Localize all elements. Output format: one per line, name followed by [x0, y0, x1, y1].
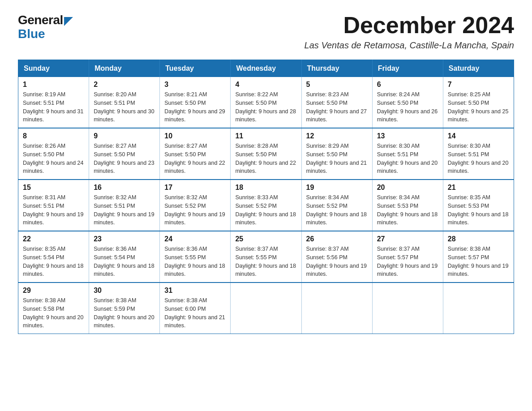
day-info: Sunrise: 8:38 AM Sunset: 6:00 PM Dayligh…: [164, 296, 226, 330]
month-year-title: December 2024: [305, 13, 514, 37]
day-number: 18: [235, 184, 296, 192]
calendar-day-cell: 17 Sunrise: 8:32 AM Sunset: 5:52 PM Dayl…: [160, 180, 231, 231]
day-number: 17: [164, 184, 226, 192]
calendar-day-cell: [372, 283, 443, 334]
day-info: Sunrise: 8:37 AM Sunset: 5:56 PM Dayligh…: [306, 245, 368, 278]
day-number: 6: [377, 81, 438, 89]
logo-blue-text: Blue: [18, 27, 73, 41]
day-info: Sunrise: 8:35 AM Sunset: 5:53 PM Dayligh…: [448, 193, 509, 227]
svg-marker-0: [64, 17, 73, 26]
day-number: 23: [94, 235, 155, 243]
day-number: 13: [377, 132, 438, 140]
calendar-day-cell: 7 Sunrise: 8:25 AM Sunset: 5:50 PM Dayli…: [443, 77, 514, 128]
location-subtitle: Las Ventas de Retamosa, Castille-La Manc…: [305, 40, 514, 51]
logo: General Blue: [18, 13, 73, 41]
calendar-week-row: 22 Sunrise: 8:35 AM Sunset: 5:54 PM Dayl…: [18, 231, 514, 283]
day-info: Sunrise: 8:37 AM Sunset: 5:55 PM Dayligh…: [235, 245, 296, 278]
calendar-day-cell: 9 Sunrise: 8:27 AM Sunset: 5:50 PM Dayli…: [89, 128, 160, 180]
day-info: Sunrise: 8:32 AM Sunset: 5:51 PM Dayligh…: [94, 193, 155, 227]
calendar-day-cell: 8 Sunrise: 8:26 AM Sunset: 5:50 PM Dayli…: [18, 128, 89, 180]
day-of-week-header: Friday: [372, 60, 443, 77]
calendar-day-cell: 24 Sunrise: 8:36 AM Sunset: 5:55 PM Dayl…: [160, 231, 231, 283]
day-info: Sunrise: 8:19 AM Sunset: 5:51 PM Dayligh…: [23, 90, 84, 124]
day-info: Sunrise: 8:34 AM Sunset: 5:52 PM Dayligh…: [306, 193, 368, 227]
logo-triangle-icon: [64, 17, 73, 26]
calendar-day-cell: 14 Sunrise: 8:30 AM Sunset: 5:51 PM Dayl…: [443, 128, 514, 180]
day-number: 16: [94, 184, 155, 192]
calendar-day-cell: 22 Sunrise: 8:35 AM Sunset: 5:54 PM Dayl…: [18, 231, 89, 283]
day-of-week-header: Sunday: [18, 60, 89, 77]
day-number: 28: [448, 235, 509, 243]
calendar-day-cell: 11 Sunrise: 8:28 AM Sunset: 5:50 PM Dayl…: [231, 128, 301, 180]
day-info: Sunrise: 8:24 AM Sunset: 5:50 PM Dayligh…: [377, 90, 438, 124]
day-number: 3: [164, 81, 226, 89]
calendar-day-cell: 21 Sunrise: 8:35 AM Sunset: 5:53 PM Dayl…: [443, 180, 514, 231]
calendar-day-cell: 2 Sunrise: 8:20 AM Sunset: 5:51 PM Dayli…: [89, 77, 160, 128]
day-info: Sunrise: 8:27 AM Sunset: 5:50 PM Dayligh…: [164, 142, 226, 176]
day-number: 11: [235, 132, 296, 140]
day-info: Sunrise: 8:29 AM Sunset: 5:50 PM Dayligh…: [306, 142, 368, 176]
day-of-week-header: Saturday: [443, 60, 514, 77]
day-number: 5: [306, 81, 368, 89]
day-number: 24: [164, 235, 226, 243]
calendar-week-row: 8 Sunrise: 8:26 AM Sunset: 5:50 PM Dayli…: [18, 128, 514, 180]
calendar-week-row: 29 Sunrise: 8:38 AM Sunset: 5:58 PM Dayl…: [18, 283, 514, 334]
day-info: Sunrise: 8:25 AM Sunset: 5:50 PM Dayligh…: [448, 90, 509, 124]
calendar-day-cell: 29 Sunrise: 8:38 AM Sunset: 5:58 PM Dayl…: [18, 283, 89, 334]
day-info: Sunrise: 8:20 AM Sunset: 5:51 PM Dayligh…: [94, 90, 155, 124]
day-of-week-header: Monday: [89, 60, 160, 77]
day-info: Sunrise: 8:38 AM Sunset: 5:59 PM Dayligh…: [94, 296, 155, 330]
calendar-day-cell: [443, 283, 514, 334]
day-info: Sunrise: 8:33 AM Sunset: 5:52 PM Dayligh…: [235, 193, 296, 227]
day-number: 4: [235, 81, 296, 89]
day-of-week-header: Wednesday: [231, 60, 301, 77]
day-number: 9: [94, 132, 155, 140]
day-info: Sunrise: 8:36 AM Sunset: 5:55 PM Dayligh…: [164, 245, 226, 278]
calendar-day-cell: 4 Sunrise: 8:22 AM Sunset: 5:50 PM Dayli…: [231, 77, 301, 128]
day-info: Sunrise: 8:28 AM Sunset: 5:50 PM Dayligh…: [235, 142, 296, 176]
page-header: General Blue December 2024 Las Ventas de…: [18, 13, 514, 51]
day-number: 8: [23, 132, 84, 140]
calendar-header-row: SundayMondayTuesdayWednesdayThursdayFrid…: [18, 60, 514, 77]
day-info: Sunrise: 8:22 AM Sunset: 5:50 PM Dayligh…: [235, 90, 296, 124]
day-info: Sunrise: 8:27 AM Sunset: 5:50 PM Dayligh…: [94, 142, 155, 176]
day-of-week-header: Thursday: [301, 60, 372, 77]
day-number: 31: [164, 287, 226, 295]
calendar-day-cell: 6 Sunrise: 8:24 AM Sunset: 5:50 PM Dayli…: [372, 77, 443, 128]
day-number: 30: [94, 287, 155, 295]
day-info: Sunrise: 8:34 AM Sunset: 5:53 PM Dayligh…: [377, 193, 438, 227]
day-number: 21: [448, 184, 509, 192]
calendar-day-cell: 18 Sunrise: 8:33 AM Sunset: 5:52 PM Dayl…: [231, 180, 301, 231]
day-number: 14: [448, 132, 509, 140]
calendar-day-cell: 12 Sunrise: 8:29 AM Sunset: 5:50 PM Dayl…: [301, 128, 372, 180]
day-info: Sunrise: 8:36 AM Sunset: 5:54 PM Dayligh…: [94, 245, 155, 278]
calendar-day-cell: 27 Sunrise: 8:37 AM Sunset: 5:57 PM Dayl…: [372, 231, 443, 283]
calendar-day-cell: [231, 283, 301, 334]
calendar-week-row: 1 Sunrise: 8:19 AM Sunset: 5:51 PM Dayli…: [18, 77, 514, 128]
calendar-day-cell: 3 Sunrise: 8:21 AM Sunset: 5:50 PM Dayli…: [160, 77, 231, 128]
day-info: Sunrise: 8:26 AM Sunset: 5:50 PM Dayligh…: [23, 142, 84, 176]
day-number: 29: [23, 287, 84, 295]
day-number: 20: [377, 184, 438, 192]
day-number: 19: [306, 184, 368, 192]
calendar-day-cell: 31 Sunrise: 8:38 AM Sunset: 6:00 PM Dayl…: [160, 283, 231, 334]
day-number: 15: [23, 184, 84, 192]
calendar-day-cell: 15 Sunrise: 8:31 AM Sunset: 5:51 PM Dayl…: [18, 180, 89, 231]
calendar-table: SundayMondayTuesdayWednesdayThursdayFrid…: [18, 60, 514, 334]
calendar-day-cell: 16 Sunrise: 8:32 AM Sunset: 5:51 PM Dayl…: [89, 180, 160, 231]
day-number: 10: [164, 132, 226, 140]
day-info: Sunrise: 8:37 AM Sunset: 5:57 PM Dayligh…: [377, 245, 438, 278]
calendar-day-cell: 28 Sunrise: 8:38 AM Sunset: 5:57 PM Dayl…: [443, 231, 514, 283]
day-info: Sunrise: 8:30 AM Sunset: 5:51 PM Dayligh…: [377, 142, 438, 176]
day-number: 12: [306, 132, 368, 140]
title-section: December 2024 Las Ventas de Retamosa, Ca…: [305, 13, 514, 51]
day-info: Sunrise: 8:38 AM Sunset: 5:58 PM Dayligh…: [23, 296, 84, 330]
logo-general-text: General: [18, 13, 63, 27]
calendar-day-cell: 26 Sunrise: 8:37 AM Sunset: 5:56 PM Dayl…: [301, 231, 372, 283]
day-info: Sunrise: 8:38 AM Sunset: 5:57 PM Dayligh…: [448, 245, 509, 278]
day-number: 7: [448, 81, 509, 89]
calendar-day-cell: 13 Sunrise: 8:30 AM Sunset: 5:51 PM Dayl…: [372, 128, 443, 180]
day-info: Sunrise: 8:35 AM Sunset: 5:54 PM Dayligh…: [23, 245, 84, 278]
calendar-day-cell: 10 Sunrise: 8:27 AM Sunset: 5:50 PM Dayl…: [160, 128, 231, 180]
day-number: 2: [94, 81, 155, 89]
